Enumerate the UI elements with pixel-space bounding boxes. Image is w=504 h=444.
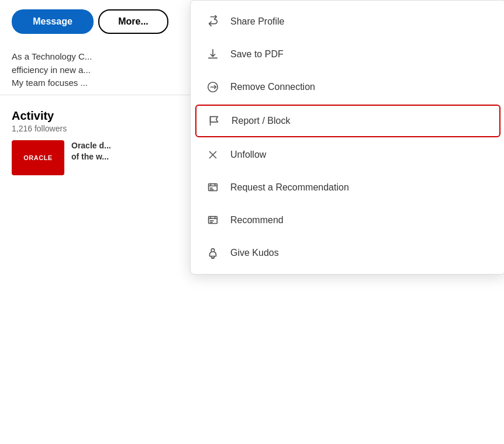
message-button[interactable]: Message — [12, 9, 94, 34]
dropdown-item-give-kudos[interactable]: Give Kudos — [191, 237, 504, 269]
post-text: Oracle d...of the w... — [71, 140, 111, 163]
kudos-icon — [205, 245, 221, 261]
dropdown-item-share-profile[interactable]: Share Profile — [191, 5, 504, 38]
post-image: ORACLE — [12, 140, 64, 175]
svg-point-3 — [211, 249, 215, 252]
save-pdf-label: Save to PDF — [230, 49, 284, 60]
dropdown-item-save-pdf[interactable]: Save to PDF — [191, 38, 504, 71]
remove-connection-icon — [205, 79, 221, 95]
dropdown-item-unfollow[interactable]: Unfollow — [191, 138, 504, 171]
recommend-icon — [205, 212, 221, 228]
dropdown-item-remove-connection[interactable]: Remove Connection — [191, 71, 504, 103]
dropdown-item-report-block[interactable]: Report / Block — [195, 105, 500, 137]
unfollow-icon — [205, 147, 221, 163]
download-icon — [205, 46, 221, 63]
flag-icon — [206, 113, 222, 129]
recommend-label: Recommend — [230, 215, 284, 226]
request-recommendation-icon — [205, 179, 221, 196]
dropdown-item-recommend[interactable]: Recommend — [191, 204, 504, 237]
report-block-label: Report / Block — [232, 116, 290, 126]
request-recommendation-label: Request a Recommendation — [230, 182, 349, 193]
share-icon — [205, 13, 221, 30]
share-profile-label: Share Profile — [230, 16, 285, 27]
dropdown-menu: Share Profile Save to PDF Remove Connect… — [190, 0, 504, 275]
dropdown-item-request-recommendation[interactable]: Request a Recommendation — [191, 171, 504, 204]
more-button[interactable]: More... — [98, 9, 168, 34]
unfollow-label: Unfollow — [230, 150, 266, 160]
remove-connection-label: Remove Connection — [230, 82, 315, 92]
oracle-logo: ORACLE — [23, 154, 52, 161]
give-kudos-label: Give Kudos — [230, 248, 279, 258]
